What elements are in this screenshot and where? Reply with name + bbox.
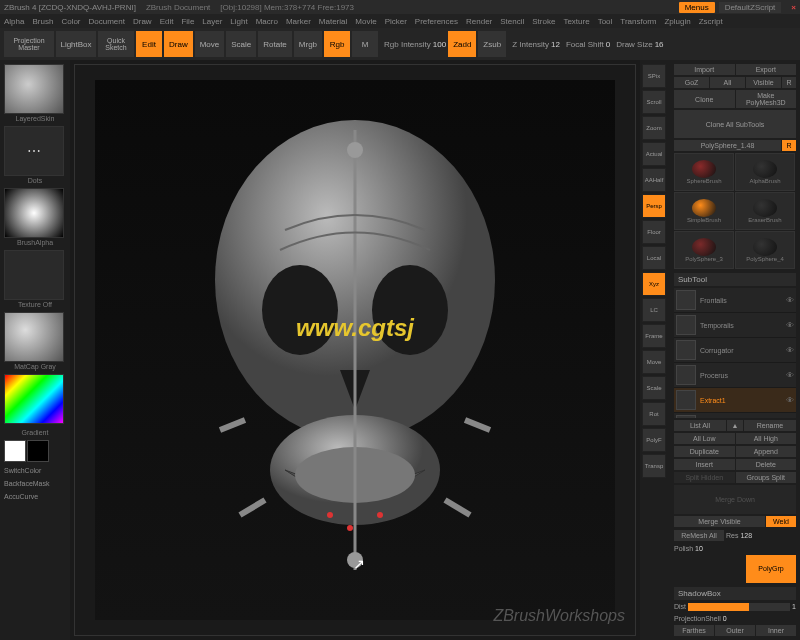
tool-preset-alphabrush[interactable]: AlphaBrush bbox=[735, 153, 795, 191]
dist-slider[interactable] bbox=[688, 603, 790, 611]
menu-zscript[interactable]: Zscript bbox=[699, 17, 723, 26]
menu-marker[interactable]: Marker bbox=[286, 17, 311, 26]
mrgb-button[interactable]: Mrgb bbox=[294, 31, 322, 57]
z-intensity-value[interactable]: 12 bbox=[551, 40, 560, 49]
material-selector[interactable] bbox=[4, 312, 64, 362]
switchcolor-button[interactable]: SwitchColor bbox=[4, 466, 66, 475]
m-button[interactable]: M bbox=[352, 31, 378, 57]
rtool-zoom[interactable]: Zoom bbox=[642, 116, 666, 140]
menus-button[interactable]: Menus bbox=[679, 2, 715, 13]
zadd-button[interactable]: Zadd bbox=[448, 31, 476, 57]
insert-button[interactable]: Insert bbox=[674, 459, 735, 470]
menu-draw[interactable]: Draw bbox=[133, 17, 152, 26]
rtool-transp[interactable]: Transp bbox=[642, 454, 666, 478]
make-polymesh-button[interactable]: Make PolyMesh3D bbox=[736, 90, 797, 108]
rtool-aahalf[interactable]: AAHalf bbox=[642, 168, 666, 192]
menu-stroke[interactable]: Stroke bbox=[532, 17, 555, 26]
quicksketch-button[interactable]: Quick Sketch bbox=[98, 31, 134, 57]
eye-icon[interactable]: 👁 bbox=[786, 396, 794, 405]
outer-button[interactable]: Outer bbox=[715, 625, 755, 636]
r2-button[interactable]: R bbox=[782, 140, 796, 151]
all-button[interactable]: All bbox=[710, 77, 745, 88]
polygrp-button[interactable]: PolyGrp bbox=[746, 555, 796, 583]
clone-button[interactable]: Clone bbox=[674, 90, 735, 108]
eye-icon[interactable]: 👁 bbox=[786, 321, 794, 330]
texture-selector[interactable] bbox=[4, 250, 64, 300]
rtool-scroll[interactable]: Scroll bbox=[642, 90, 666, 114]
draw-size-value[interactable]: 16 bbox=[655, 40, 664, 49]
append-button[interactable]: Append bbox=[736, 446, 797, 457]
menu-edit[interactable]: Edit bbox=[160, 17, 174, 26]
menu-zplugin[interactable]: Zplugin bbox=[664, 17, 690, 26]
menu-tool[interactable]: Tool bbox=[598, 17, 613, 26]
draw-button[interactable]: Draw bbox=[164, 31, 193, 57]
projection-master-button[interactable]: Projection Master bbox=[4, 31, 54, 57]
focal-shift-value[interactable]: 0 bbox=[606, 40, 610, 49]
viewport[interactable]: www.cgtsj bbox=[95, 80, 615, 620]
export-button[interactable]: Export bbox=[736, 64, 797, 75]
move-button[interactable]: Move bbox=[195, 31, 225, 57]
rtool-scale[interactable]: Scale bbox=[642, 376, 666, 400]
brush-selector[interactable] bbox=[4, 64, 64, 114]
polish-value[interactable]: 10 bbox=[695, 545, 703, 552]
r-button[interactable]: R bbox=[782, 77, 796, 88]
subtool-polysphere_3[interactable]: PolySphere_3👁 bbox=[674, 413, 796, 418]
rotate-button[interactable]: Rotate bbox=[258, 31, 292, 57]
menu-document[interactable]: Document bbox=[89, 17, 125, 26]
menu-brush[interactable]: Brush bbox=[32, 17, 53, 26]
menu-preferences[interactable]: Preferences bbox=[415, 17, 458, 26]
secondary-color-swatch[interactable] bbox=[27, 440, 49, 462]
lightbox-button[interactable]: LightBox bbox=[56, 31, 96, 57]
menu-movie[interactable]: Movie bbox=[355, 17, 376, 26]
remesh-all-button[interactable]: ReMesh All bbox=[674, 530, 724, 541]
rtool-move[interactable]: Move bbox=[642, 350, 666, 374]
rtool-actual[interactable]: Actual bbox=[642, 142, 666, 166]
list-all-button[interactable]: List All bbox=[674, 420, 726, 431]
visible-button[interactable]: Visible bbox=[746, 77, 781, 88]
res-value[interactable]: 128 bbox=[740, 532, 752, 539]
import-button[interactable]: Import bbox=[674, 64, 735, 75]
rgb-intensity-value[interactable]: 100 bbox=[433, 40, 446, 49]
menu-picker[interactable]: Picker bbox=[385, 17, 407, 26]
tool-preset-spherebrush[interactable]: SphereBrush bbox=[674, 153, 734, 191]
up-arrow-button[interactable]: ▲ bbox=[727, 420, 743, 431]
rtool-floor[interactable]: Floor bbox=[642, 220, 666, 244]
subtool-corrugator[interactable]: Corrugator👁 bbox=[674, 338, 796, 363]
all-high-button[interactable]: All High bbox=[736, 433, 797, 444]
zsub-button[interactable]: Zsub bbox=[478, 31, 506, 57]
tool-preset-eraserbrush[interactable]: EraserBrush bbox=[735, 192, 795, 230]
gradient-label[interactable]: Gradient bbox=[4, 429, 66, 436]
subtool-frontalis[interactable]: Frontalis👁 bbox=[674, 288, 796, 313]
inner-button[interactable]: Inner bbox=[756, 625, 796, 636]
rtool-rot[interactable]: Rot bbox=[642, 402, 666, 426]
rgb-button[interactable]: Rgb bbox=[324, 31, 350, 57]
farthes-button[interactable]: Farthes bbox=[674, 625, 714, 636]
rtool-spix[interactable]: SPix bbox=[642, 64, 666, 88]
tool-preset-polysphere_4[interactable]: PolySphere_4 bbox=[735, 231, 795, 269]
rename-button[interactable]: Rename bbox=[744, 420, 796, 431]
shadowbox-section[interactable]: ShadowBox bbox=[674, 587, 796, 600]
weld-button[interactable]: Weld bbox=[766, 516, 796, 527]
eye-icon[interactable]: 👁 bbox=[786, 296, 794, 305]
rtool-persp[interactable]: Persp bbox=[642, 194, 666, 218]
merge-down-button[interactable]: Merge Down bbox=[674, 485, 796, 513]
rtool-lc[interactable]: LC bbox=[642, 298, 666, 322]
canvas[interactable]: www.cgtsj ZBrushWorkshops bbox=[74, 64, 636, 636]
menu-light[interactable]: Light bbox=[230, 17, 247, 26]
clone-all-subtools-button[interactable]: Clone All SubTools bbox=[674, 110, 796, 138]
eye-icon[interactable]: 👁 bbox=[786, 371, 794, 380]
groups-split-button[interactable]: Groups Split bbox=[736, 472, 797, 483]
edit-button[interactable]: Edit bbox=[136, 31, 162, 57]
rtool-xyz[interactable]: Xyz bbox=[642, 272, 666, 296]
merge-visible-button[interactable]: Merge Visible bbox=[674, 516, 765, 527]
color-picker[interactable] bbox=[4, 374, 64, 424]
rtool-frame[interactable]: Frame bbox=[642, 324, 666, 348]
rtool-local[interactable]: Local bbox=[642, 246, 666, 270]
subtool-temporalis[interactable]: Temporalis👁 bbox=[674, 313, 796, 338]
menu-color[interactable]: Color bbox=[61, 17, 80, 26]
subtool-section[interactable]: SubTool bbox=[674, 273, 796, 286]
subtool-procerus[interactable]: Procerus👁 bbox=[674, 363, 796, 388]
menu-material[interactable]: Material bbox=[319, 17, 347, 26]
menu-layer[interactable]: Layer bbox=[202, 17, 222, 26]
rtool-polyf[interactable]: PolyF bbox=[642, 428, 666, 452]
